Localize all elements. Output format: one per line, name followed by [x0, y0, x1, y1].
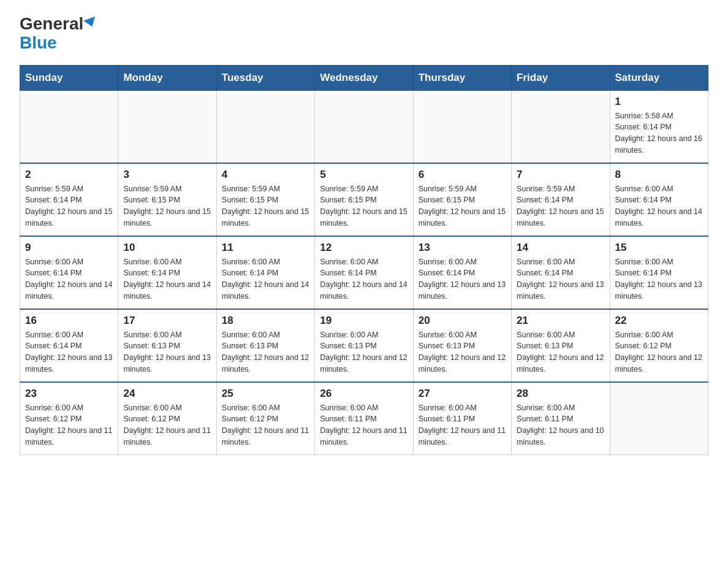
- calendar-week-1: 1Sunrise: 5:58 AM Sunset: 6:14 PM Daylig…: [20, 90, 708, 163]
- day-info: Sunrise: 6:00 AM Sunset: 6:14 PM Dayligh…: [419, 256, 506, 302]
- calendar-cell: 16Sunrise: 6:00 AM Sunset: 6:14 PM Dayli…: [20, 309, 118, 382]
- day-info: Sunrise: 6:00 AM Sunset: 6:14 PM Dayligh…: [25, 329, 113, 375]
- day-info: Sunrise: 6:00 AM Sunset: 6:13 PM Dayligh…: [419, 329, 506, 375]
- day-number: 23: [25, 388, 113, 400]
- calendar-cell: 10Sunrise: 6:00 AM Sunset: 6:14 PM Dayli…: [118, 236, 216, 309]
- day-number: 25: [222, 388, 309, 400]
- day-info: Sunrise: 6:00 AM Sunset: 6:13 PM Dayligh…: [517, 329, 604, 375]
- calendar-cell: 27Sunrise: 6:00 AM Sunset: 6:11 PM Dayli…: [413, 382, 511, 455]
- day-number: 17: [123, 315, 211, 327]
- day-number: 20: [419, 315, 506, 327]
- day-info: Sunrise: 6:00 AM Sunset: 6:14 PM Dayligh…: [222, 256, 309, 302]
- day-info: Sunrise: 6:00 AM Sunset: 6:12 PM Dayligh…: [123, 402, 211, 448]
- day-info: Sunrise: 6:00 AM Sunset: 6:11 PM Dayligh…: [419, 402, 506, 448]
- calendar-cell: 19Sunrise: 6:00 AM Sunset: 6:13 PM Dayli…: [315, 309, 413, 382]
- day-info: Sunrise: 6:00 AM Sunset: 6:14 PM Dayligh…: [517, 256, 604, 302]
- day-info: Sunrise: 6:00 AM Sunset: 6:14 PM Dayligh…: [123, 256, 211, 302]
- calendar-cell: 18Sunrise: 6:00 AM Sunset: 6:13 PM Dayli…: [216, 309, 314, 382]
- calendar-cell: [216, 90, 314, 163]
- day-number: 3: [123, 169, 211, 181]
- calendar-cell: [512, 90, 610, 163]
- calendar-table: SundayMondayTuesdayWednesdayThursdayFrid…: [20, 65, 708, 455]
- calendar-cell: 9Sunrise: 6:00 AM Sunset: 6:14 PM Daylig…: [20, 236, 118, 309]
- day-info: Sunrise: 5:58 AM Sunset: 6:14 PM Dayligh…: [615, 110, 703, 156]
- calendar-cell: [315, 90, 413, 163]
- day-number: 28: [517, 388, 604, 400]
- day-info: Sunrise: 5:59 AM Sunset: 6:15 PM Dayligh…: [320, 183, 408, 229]
- day-number: 18: [222, 315, 309, 327]
- calendar-cell: 8Sunrise: 6:00 AM Sunset: 6:14 PM Daylig…: [610, 163, 708, 236]
- weekday-header-wednesday: Wednesday: [315, 65, 413, 90]
- day-number: 14: [517, 242, 604, 254]
- day-info: Sunrise: 6:00 AM Sunset: 6:14 PM Dayligh…: [25, 256, 113, 302]
- day-info: Sunrise: 6:00 AM Sunset: 6:14 PM Dayligh…: [320, 256, 408, 302]
- day-number: 10: [123, 242, 211, 254]
- calendar-cell: 26Sunrise: 6:00 AM Sunset: 6:11 PM Dayli…: [315, 382, 413, 455]
- day-number: 15: [615, 242, 703, 254]
- day-number: 12: [320, 242, 408, 254]
- calendar-cell: 25Sunrise: 6:00 AM Sunset: 6:12 PM Dayli…: [216, 382, 314, 455]
- calendar-cell: 28Sunrise: 6:00 AM Sunset: 6:11 PM Dayli…: [512, 382, 610, 455]
- day-number: 6: [419, 169, 506, 181]
- calendar-cell: 23Sunrise: 6:00 AM Sunset: 6:12 PM Dayli…: [20, 382, 118, 455]
- day-info: Sunrise: 6:00 AM Sunset: 6:12 PM Dayligh…: [615, 329, 703, 375]
- calendar-cell: 21Sunrise: 6:00 AM Sunset: 6:13 PM Dayli…: [512, 309, 610, 382]
- day-number: 8: [615, 169, 703, 181]
- day-info: Sunrise: 6:00 AM Sunset: 6:12 PM Dayligh…: [25, 402, 113, 448]
- calendar-cell: 22Sunrise: 6:00 AM Sunset: 6:12 PM Dayli…: [610, 309, 708, 382]
- calendar-cell: [20, 90, 118, 163]
- weekday-header-monday: Monday: [118, 65, 216, 90]
- day-info: Sunrise: 6:00 AM Sunset: 6:12 PM Dayligh…: [222, 402, 309, 448]
- day-info: Sunrise: 6:00 AM Sunset: 6:11 PM Dayligh…: [517, 402, 604, 448]
- calendar-cell: [118, 90, 216, 163]
- weekday-header-saturday: Saturday: [610, 65, 708, 90]
- day-number: 5: [320, 169, 408, 181]
- day-number: 27: [419, 388, 506, 400]
- day-number: 22: [615, 315, 703, 327]
- day-number: 1: [615, 96, 703, 108]
- day-info: Sunrise: 6:00 AM Sunset: 6:14 PM Dayligh…: [615, 256, 703, 302]
- day-number: 21: [517, 315, 604, 327]
- calendar-cell: 24Sunrise: 6:00 AM Sunset: 6:12 PM Dayli…: [118, 382, 216, 455]
- day-number: 13: [419, 242, 506, 254]
- day-info: Sunrise: 6:00 AM Sunset: 6:13 PM Dayligh…: [222, 329, 309, 375]
- weekday-header-friday: Friday: [512, 65, 610, 90]
- day-info: Sunrise: 6:00 AM Sunset: 6:11 PM Dayligh…: [320, 402, 408, 448]
- day-number: 9: [25, 242, 113, 254]
- calendar-cell: [610, 382, 708, 455]
- day-number: 26: [320, 388, 408, 400]
- logo: General Blue: [20, 15, 97, 53]
- day-info: Sunrise: 5:59 AM Sunset: 6:15 PM Dayligh…: [419, 183, 506, 229]
- calendar-cell: 4Sunrise: 5:59 AM Sunset: 6:15 PM Daylig…: [216, 163, 314, 236]
- calendar-cell: 20Sunrise: 6:00 AM Sunset: 6:13 PM Dayli…: [413, 309, 511, 382]
- calendar-week-5: 23Sunrise: 6:00 AM Sunset: 6:12 PM Dayli…: [20, 382, 708, 455]
- calendar-cell: 13Sunrise: 6:00 AM Sunset: 6:14 PM Dayli…: [413, 236, 511, 309]
- calendar-cell: 2Sunrise: 5:59 AM Sunset: 6:14 PM Daylig…: [20, 163, 118, 236]
- day-info: Sunrise: 5:59 AM Sunset: 6:15 PM Dayligh…: [123, 183, 211, 229]
- logo-triangle-icon: [83, 17, 98, 29]
- calendar-cell: 12Sunrise: 6:00 AM Sunset: 6:14 PM Dayli…: [315, 236, 413, 309]
- day-info: Sunrise: 6:00 AM Sunset: 6:13 PM Dayligh…: [320, 329, 408, 375]
- logo-text-blue: Blue: [20, 34, 57, 53]
- calendar-cell: 15Sunrise: 6:00 AM Sunset: 6:14 PM Dayli…: [610, 236, 708, 309]
- weekday-header-row: SundayMondayTuesdayWednesdayThursdayFrid…: [20, 65, 708, 90]
- calendar-week-2: 2Sunrise: 5:59 AM Sunset: 6:14 PM Daylig…: [20, 163, 708, 236]
- day-number: 16: [25, 315, 113, 327]
- weekday-header-thursday: Thursday: [413, 65, 511, 90]
- calendar-cell: 3Sunrise: 5:59 AM Sunset: 6:15 PM Daylig…: [118, 163, 216, 236]
- day-number: 4: [222, 169, 309, 181]
- calendar-cell: 17Sunrise: 6:00 AM Sunset: 6:13 PM Dayli…: [118, 309, 216, 382]
- calendar-cell: 1Sunrise: 5:58 AM Sunset: 6:14 PM Daylig…: [610, 90, 708, 163]
- calendar-cell: 6Sunrise: 5:59 AM Sunset: 6:15 PM Daylig…: [413, 163, 511, 236]
- calendar-cell: 11Sunrise: 6:00 AM Sunset: 6:14 PM Dayli…: [216, 236, 314, 309]
- page-header: General Blue: [20, 15, 708, 53]
- calendar-cell: 14Sunrise: 6:00 AM Sunset: 6:14 PM Dayli…: [512, 236, 610, 309]
- calendar-cell: 7Sunrise: 5:59 AM Sunset: 6:14 PM Daylig…: [512, 163, 610, 236]
- day-number: 7: [517, 169, 604, 181]
- logo-text-general: General: [20, 15, 83, 34]
- day-info: Sunrise: 6:00 AM Sunset: 6:14 PM Dayligh…: [615, 183, 703, 229]
- weekday-header-tuesday: Tuesday: [216, 65, 314, 90]
- day-info: Sunrise: 5:59 AM Sunset: 6:14 PM Dayligh…: [25, 183, 113, 229]
- day-number: 11: [222, 242, 309, 254]
- day-info: Sunrise: 5:59 AM Sunset: 6:15 PM Dayligh…: [222, 183, 309, 229]
